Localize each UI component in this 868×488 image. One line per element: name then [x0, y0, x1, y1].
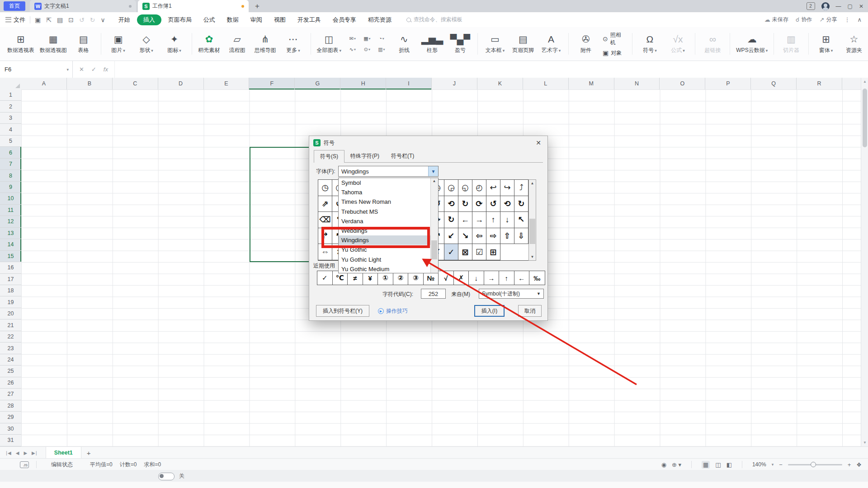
column-header-C[interactable]: C — [113, 78, 158, 89]
text-box[interactable]: ▭文本框▾ — [481, 34, 509, 54]
zoom-in-icon[interactable]: + — [848, 461, 851, 468]
row-header-26[interactable]: 26 — [0, 377, 21, 389]
symbol-cell-0-12[interactable]: ↩ — [486, 180, 500, 196]
row-header-24[interactable]: 24 — [0, 354, 21, 366]
cancel-entry-icon[interactable]: ✕ — [79, 66, 84, 73]
row-header-5[interactable]: 5 — [0, 136, 21, 147]
zoom-out-icon[interactable]: − — [779, 461, 783, 468]
zoom-slider[interactable] — [788, 464, 842, 465]
more-commands-icon[interactable]: ∨ — [100, 16, 105, 23]
zoom-level[interactable]: 140% — [752, 461, 766, 468]
symbol-cell-4-10[interactable]: ⊠ — [458, 244, 472, 260]
zoom-slider-thumb[interactable] — [811, 462, 816, 467]
symbol-cell-3-13[interactable]: ⇧ — [500, 228, 514, 244]
row-header-15[interactable]: 15 — [0, 251, 21, 262]
sheet-nav-icon-1[interactable]: ◀ — [16, 450, 19, 455]
docer-assets[interactable]: ✿稻壳素材 — [195, 34, 223, 54]
recent-symbol-10[interactable]: ↓ — [469, 271, 484, 285]
wps-cloud-data[interactable]: ☁WPS云数据▾ — [733, 34, 770, 54]
row-header-7[interactable]: 7 — [0, 159, 21, 170]
print-icon[interactable]: ▤ — [57, 16, 63, 23]
recent-symbol-9[interactable]: ✗ — [454, 271, 469, 285]
menu-tab-6[interactable]: 视图 — [269, 14, 291, 25]
all-charts[interactable]: ◫全部图表▾ — [314, 34, 344, 54]
sparkline-column[interactable]: ▂▅▃柱形 — [418, 34, 446, 54]
scroll-up-icon[interactable]: ▲ — [431, 179, 438, 183]
page-break-view-icon[interactable]: ◧ — [726, 461, 732, 468]
dialog-tab-2[interactable]: 符号栏(T) — [385, 150, 420, 162]
symbol[interactable]: Ω符号▾ — [636, 34, 664, 54]
picture[interactable]: ▣图片▾ — [104, 34, 132, 54]
row-header-8[interactable]: 8 — [0, 170, 21, 181]
zoom-dropdown-icon[interactable]: ▾ — [772, 462, 774, 467]
symbol-cell-0-9[interactable]: ◶ — [444, 180, 458, 196]
sheet-tab-sheet1[interactable]: Sheet1 — [46, 447, 81, 459]
equation[interactable]: √x公式▾ — [664, 34, 692, 54]
recent-symbol-13[interactable]: ← — [514, 271, 530, 285]
page-layout-view-icon[interactable]: ◫ — [715, 461, 721, 468]
menu-tab-2[interactable]: 页面布局 — [163, 14, 197, 25]
font-option-symbol[interactable]: Symbol — [339, 178, 438, 188]
sheet-nav-icon-0[interactable]: ∣◀ — [5, 450, 11, 455]
shapes[interactable]: ◇形状▾ — [132, 34, 160, 54]
font-option-yu-gothic-medium[interactable]: Yu Gothic Medium — [339, 264, 438, 274]
column-header-I[interactable]: I — [386, 78, 432, 89]
chart-type-button-5[interactable]: ▥▾ — [375, 44, 388, 54]
minimize-icon[interactable]: — — [836, 3, 841, 9]
symbol-cell-3-10[interactable]: ↘ — [458, 228, 472, 244]
font-option-times-new-roman[interactable]: Times New Roman — [339, 197, 438, 206]
home-button[interactable]: 首页 — [4, 1, 25, 11]
row-header-4[interactable]: 4 — [0, 124, 21, 135]
menu-tab-7[interactable]: 开发工具 — [292, 14, 326, 25]
scroll-up-icon[interactable]: ▲ — [529, 181, 536, 185]
sparkline-winloss[interactable]: ▀▄▀盈亏 — [446, 34, 474, 54]
menu-tab-8[interactable]: 会员专享 — [328, 14, 361, 25]
tips-link[interactable]: ▶ 操作技巧 — [378, 307, 408, 315]
font-list-scrollbar[interactable]: ▲ — [430, 178, 438, 273]
row-header-22[interactable]: 22 — [0, 331, 21, 343]
row-header-21[interactable]: 21 — [0, 319, 21, 331]
row-header-12[interactable]: 12 — [0, 216, 21, 227]
symbol-cell-4-14[interactable] — [514, 244, 528, 260]
row-header-27[interactable]: 27 — [0, 389, 21, 400]
menu-tab-0[interactable]: 开始 — [113, 14, 135, 25]
row-header-16[interactable]: 16 — [0, 262, 21, 273]
pivot-table[interactable]: ⊞数据透视表 — [5, 34, 37, 54]
maximize-icon[interactable]: ▢ — [848, 3, 853, 9]
font-list-scroll-thumb[interactable] — [431, 240, 437, 259]
normal-view-icon[interactable]: ▦ — [702, 461, 710, 469]
symbol-cell-0-0[interactable]: ◷ — [318, 180, 332, 196]
undo-icon[interactable]: ↺ — [79, 16, 85, 23]
row-header-19[interactable]: 19 — [0, 296, 21, 308]
column-header-G[interactable]: G — [295, 78, 340, 89]
select-all-corner[interactable] — [0, 78, 22, 90]
file-menu[interactable]: 文件 — [5, 16, 25, 24]
attachment[interactable]: ✇附件 — [572, 34, 600, 54]
symbol-cell-0-10[interactable]: ◵ — [458, 180, 472, 196]
symbol-cell-1-11[interactable]: ⟳ — [472, 196, 486, 212]
column-header-O[interactable]: O — [660, 78, 705, 89]
form-controls[interactable]: ⊞窗体▾ — [812, 34, 840, 54]
pivot-chart[interactable]: ▦数据透视图 — [37, 34, 70, 54]
symbol-cell-4-13[interactable] — [500, 244, 514, 260]
sparkline-line[interactable]: ∿折线 — [390, 34, 418, 54]
user-avatar[interactable] — [821, 2, 830, 10]
column-header-J[interactable]: J — [432, 78, 477, 89]
row-header-31[interactable]: 31 — [0, 435, 21, 446]
chart-type-button-3[interactable]: ∿▾ — [346, 44, 359, 54]
insert-to-symbol-bar-button[interactable]: 插入到符号栏(Y) — [316, 305, 369, 317]
symbol-cell-2-14[interactable]: ↖ — [514, 212, 528, 228]
symbol-cell-1-14[interactable]: ↻ — [514, 196, 528, 212]
symbol-cell-1-13[interactable]: ⟲ — [500, 196, 514, 212]
scroll-down-icon[interactable]: ▼ — [529, 255, 536, 259]
row-header-11[interactable]: 11 — [0, 205, 21, 216]
multi-window-badge[interactable]: 2 — [807, 2, 815, 10]
menu-tab-1[interactable]: 插入 — [137, 14, 161, 25]
column-header-P[interactable]: P — [705, 78, 751, 89]
export-icon[interactable]: ⇱ — [46, 16, 52, 23]
confirm-entry-icon[interactable]: ✓ — [91, 66, 96, 73]
reposition-icon[interactable]: ⊕ ▾ — [672, 461, 681, 468]
column-header-A[interactable]: A — [21, 78, 67, 89]
row-header-17[interactable]: 17 — [0, 274, 21, 285]
vertical-scrollbar[interactable]: ▲ ▼ — [861, 78, 868, 446]
